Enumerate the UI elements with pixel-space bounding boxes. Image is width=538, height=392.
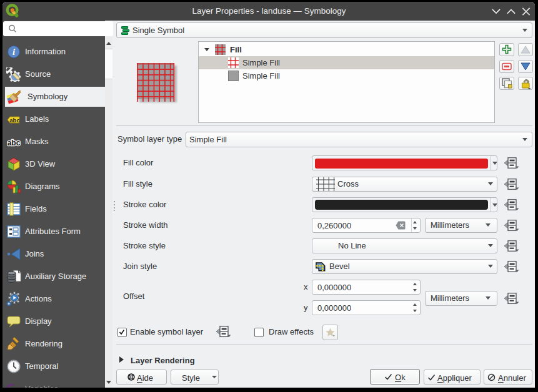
svg-text:abc: abc xyxy=(7,139,21,147)
svg-text:abc: abc xyxy=(9,117,19,124)
